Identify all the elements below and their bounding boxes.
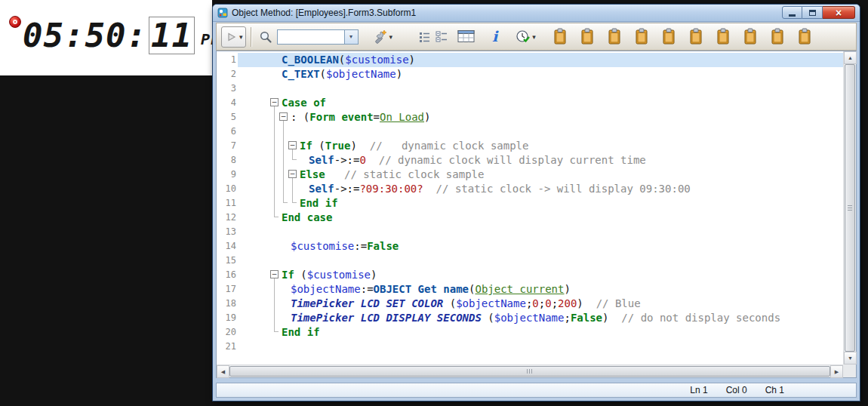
code-line[interactable]: 6: [217, 125, 843, 139]
scroll-down-button[interactable]: ▼: [844, 352, 857, 364]
info-icon: i: [489, 29, 500, 44]
scroll-up-button[interactable]: ▲: [844, 51, 857, 64]
code-token: TimePicker LCD SET COLOR: [291, 297, 443, 309]
code-line[interactable]: 14$customise:=False: [217, 239, 843, 254]
code-token: (: [320, 68, 326, 80]
minimize-button[interactable]: [782, 6, 802, 19]
clipboard-icon: [661, 28, 676, 45]
search-combobox[interactable]: ▾: [277, 29, 359, 45]
code-line[interactable]: 13: [217, 225, 843, 239]
code-editor[interactable]: 1C_BOOLEAN($customise)2C_TEXT($objectNam…: [217, 51, 843, 364]
line-number: 16: [217, 269, 236, 280]
clipboard-button-1[interactable]: [550, 27, 570, 47]
clipboard-button-5[interactable]: [659, 27, 679, 47]
code-token: $customise: [291, 240, 354, 252]
clipboard-icon: [688, 28, 703, 45]
clipboard-button-10[interactable]: [795, 27, 814, 47]
line-number: 13: [217, 226, 236, 237]
line-number: 21: [217, 341, 236, 352]
code-token: C_TEXT: [282, 68, 320, 80]
expand-all-button[interactable]: [433, 27, 451, 47]
code-line[interactable]: 4−Case of: [217, 96, 843, 110]
code-line[interactable]: 15: [217, 254, 843, 268]
code-token: $objectName: [326, 68, 396, 80]
horizontal-scrollbar[interactable]: ◀ ▶: [217, 364, 843, 377]
fold-toggle-icon[interactable]: −: [270, 98, 279, 106]
maximize-button[interactable]: [802, 6, 823, 19]
line-number: 10: [217, 183, 236, 194]
code-token: ->:=: [334, 183, 360, 195]
search-combo-dropdown-button[interactable]: ▾: [344, 30, 358, 44]
run-method-button[interactable]: ▾: [221, 26, 246, 48]
line-number: 17: [217, 284, 236, 294]
method-properties-button[interactable]: [455, 27, 478, 47]
code-token: Else: [300, 168, 325, 180]
code-token: ): [564, 283, 570, 295]
line-number: 6: [217, 126, 236, 137]
code-token: (: [482, 312, 494, 324]
code-token: End if: [300, 197, 338, 209]
code-token: 0: [532, 297, 538, 309]
code-line[interactable]: 9−Else // static clock sample: [217, 168, 843, 182]
tools-dropdown-icon[interactable]: ▾: [389, 33, 393, 41]
code-line[interactable]: 7−If (True) // dynamic clock sample: [217, 139, 843, 153]
run-dropdown-icon[interactable]: ▾: [239, 33, 243, 41]
method-tools-button[interactable]: ▾: [369, 27, 396, 47]
lcd-clock-widget[interactable]: 05:50:11 PM: [0, 0, 212, 75]
clock-seconds[interactable]: 11: [149, 17, 195, 54]
code-line[interactable]: 1C_BOOLEAN($customise): [217, 53, 843, 67]
code-line[interactable]: 8Self->:=0 // dynamic clock will display…: [217, 153, 843, 168]
status-line: Ln 1: [690, 385, 707, 395]
line-number: 9: [217, 169, 236, 180]
code-line[interactable]: 17$objectName:=OBJECT Get name(Object cu…: [217, 282, 843, 297]
fold-toggle-icon[interactable]: −: [279, 112, 288, 121]
collapse-all-button[interactable]: [416, 27, 433, 47]
scroll-up-icon: ▲: [848, 55, 853, 60]
titlebar[interactable]: Object Method: [Employees].Form3.Subform…: [213, 5, 860, 22]
fold-toggle-icon[interactable]: −: [270, 270, 279, 278]
code-line[interactable]: 18TimePicker LCD SET COLOR ($objectName;…: [217, 297, 843, 311]
vertical-scroll-thumb[interactable]: [845, 64, 855, 352]
code-line[interactable]: 11End if: [217, 196, 843, 211]
method-info-button[interactable]: i: [487, 27, 503, 47]
code-line[interactable]: 16−If ($customise): [217, 268, 843, 282]
clipboard-icon: [770, 28, 785, 45]
clipboard-button-8[interactable]: [740, 27, 760, 47]
horizontal-scroll-thumb[interactable]: [229, 366, 830, 377]
line-number: 19: [217, 312, 236, 323]
clipboard-icon: [743, 28, 758, 45]
search-input[interactable]: [278, 30, 344, 44]
code-line[interactable]: 19TimePicker LCD DISPLAY SECONDS ($objec…: [217, 311, 843, 325]
vertical-scrollbar[interactable]: ▲ ▼: [843, 51, 856, 364]
scroll-left-button[interactable]: ◀: [217, 365, 229, 378]
code-token: Object current: [475, 283, 564, 295]
code-line[interactable]: 2C_TEXT($objectName): [217, 67, 843, 82]
schedule-dropdown-icon[interactable]: ▾: [532, 33, 536, 41]
clipboard-button-9[interactable]: [768, 27, 787, 47]
fold-toggle-icon[interactable]: −: [288, 141, 297, 149]
scroll-right-button[interactable]: ▶: [830, 365, 843, 378]
clipboard-button-6[interactable]: [686, 27, 706, 47]
fold-guide: [283, 121, 284, 203]
clipboard-button-7[interactable]: [713, 27, 733, 47]
search-icon-button[interactable]: [257, 27, 275, 47]
code-line[interactable]: 20End if: [217, 325, 843, 340]
demo-badge-icon: [9, 16, 21, 28]
line-number: 14: [217, 241, 236, 251]
code-token: False: [571, 312, 602, 324]
line-number: 8: [217, 155, 236, 165]
clipboard-button-3[interactable]: [605, 27, 624, 47]
fold-toggle-icon[interactable]: −: [288, 170, 297, 178]
code-line[interactable]: 12End case: [217, 211, 843, 225]
code-token: On Load: [380, 111, 424, 123]
code-line[interactable]: 3: [217, 82, 843, 96]
clipboard-button-2[interactable]: [577, 27, 597, 47]
scheduled-execution-button[interactable]: ▾: [513, 27, 538, 47]
clipboard-button-4[interactable]: [632, 27, 651, 47]
code-line[interactable]: 5−: (Form event=On Load): [217, 110, 843, 125]
code-token: : (: [291, 111, 309, 123]
code-line[interactable]: 10Self->:=?09:30:00? // static clock -> …: [217, 182, 843, 196]
code-token: (: [294, 269, 307, 281]
code-line[interactable]: 21: [217, 340, 843, 354]
close-button[interactable]: ×: [823, 6, 855, 19]
